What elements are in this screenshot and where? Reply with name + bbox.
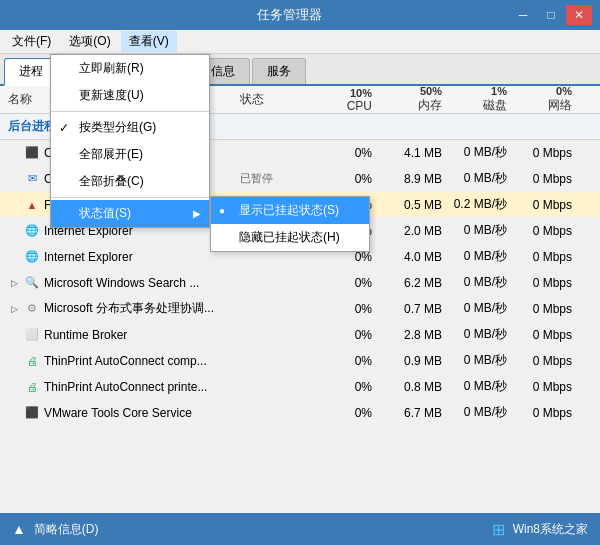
process-row[interactable]: 🖨 ThinPrint AutoConnect printe... 0% 0.8… (0, 374, 600, 400)
window-title: 任务管理器 (68, 6, 510, 24)
up-arrow-icon: ▲ (12, 521, 26, 537)
process-name: ⬛ VMware Tools Core Service (0, 405, 240, 421)
process-network: 0 Mbps (515, 302, 580, 316)
process-row[interactable]: ▷ 🔍 Microsoft Windows Search ... 0% 6.2 … (0, 270, 600, 296)
dd-refresh-now[interactable]: 立即刷新(R) (51, 55, 209, 82)
process-row[interactable]: ⬛ VMware Tools Core Service 0% 6.7 MB 0 … (0, 400, 600, 426)
menu-view[interactable]: 查看(V) (121, 31, 177, 52)
close-button[interactable]: ✕ (566, 5, 592, 25)
dd-expand-all[interactable]: 全部展开(E) (51, 141, 209, 168)
process-icon: ✉ (24, 171, 40, 187)
process-cpu: 0% (320, 354, 380, 368)
menu-options[interactable]: 选项(O) (61, 31, 118, 52)
process-memory: 6.2 MB (380, 276, 450, 290)
process-status: 已暂停 (240, 171, 320, 186)
process-memory: 6.7 MB (380, 406, 450, 420)
process-network: 0 Mbps (515, 172, 580, 186)
process-memory: 4.1 MB (380, 146, 450, 160)
process-cpu: 0% (320, 302, 380, 316)
process-memory: 8.9 MB (380, 172, 450, 186)
process-memory: 0.7 MB (380, 302, 450, 316)
col-header-cpu: 10% CPU (320, 87, 380, 113)
process-cpu: 0% (320, 146, 380, 160)
process-disk: 0 MB/秒 (450, 274, 515, 291)
col-header-disk: 1% 磁盘 (450, 85, 515, 114)
process-network: 0 Mbps (515, 380, 580, 394)
process-disk: 0 MB/秒 (450, 170, 515, 187)
brief-info-label[interactable]: 简略信息(D) (34, 521, 99, 538)
expand-arrow-icon[interactable]: ▷ (8, 277, 20, 289)
process-disk: 0 MB/秒 (450, 300, 515, 317)
dd-update-speed[interactable]: 更新速度(U) (51, 82, 209, 109)
process-network: 0 Mbps (515, 198, 580, 212)
process-cpu: 0% (320, 172, 380, 186)
process-disk: 0.2 MB/秒 (450, 196, 515, 213)
process-memory: 4.0 MB (380, 250, 450, 264)
process-name-label: Runtime Broker (44, 328, 127, 342)
process-icon: ⬛ (24, 405, 40, 421)
process-icon: ⚙ (24, 301, 40, 317)
process-network: 0 Mbps (515, 224, 580, 238)
col-header-status: 状态 (240, 91, 320, 108)
status-values-submenu[interactable]: 显示已挂起状态(S) 隐藏已挂起状态(H) (210, 196, 370, 252)
title-bar: 任务管理器 ─ □ ✕ (0, 0, 600, 30)
win-logo-icon: ⊞ (492, 520, 505, 539)
process-name-label: VMware Tools Core Service (44, 406, 192, 420)
process-network: 0 Mbps (515, 276, 580, 290)
process-disk: 0 MB/秒 (450, 404, 515, 421)
tab-services[interactable]: 服务 (252, 58, 306, 84)
view-dropdown[interactable]: 立即刷新(R) 更新速度(U) 按类型分组(G) 全部展开(E) 全部折叠(C)… (50, 54, 210, 228)
site-name: Win8系统之家 (513, 521, 588, 538)
process-icon: ⬛ (24, 145, 40, 161)
process-name-label: ThinPrint AutoConnect comp... (44, 354, 207, 368)
process-disk: 0 MB/秒 (450, 378, 515, 395)
process-cpu: 0% (320, 276, 380, 290)
dd-status-values[interactable]: 状态值(S) (51, 200, 209, 227)
process-disk: 0 MB/秒 (450, 144, 515, 161)
process-icon: 🌐 (24, 223, 40, 239)
dd-collapse-all[interactable]: 全部折叠(C) (51, 168, 209, 195)
process-name: ▷ 🔍 Microsoft Windows Search ... (0, 275, 240, 291)
window-controls: ─ □ ✕ (510, 5, 592, 25)
process-row[interactable]: 🖨 ThinPrint AutoConnect comp... 0% 0.9 M… (0, 348, 600, 374)
process-memory: 0.9 MB (380, 354, 450, 368)
process-disk: 0 MB/秒 (450, 248, 515, 265)
process-name: 🌐 Internet Explorer (0, 249, 240, 265)
col-header-memory: 50% 内存 (380, 85, 450, 114)
maximize-button[interactable]: □ (538, 5, 564, 25)
col-header-network: 0% 网络 (515, 85, 580, 114)
process-name-label: Microsoft Windows Search ... (44, 276, 199, 290)
dd-hide-suspended[interactable]: 隐藏已挂起状态(H) (211, 224, 369, 251)
process-network: 0 Mbps (515, 250, 580, 264)
process-network: 0 Mbps (515, 354, 580, 368)
process-icon: 🖨 (24, 379, 40, 395)
expand-arrow-icon[interactable]: ▷ (8, 303, 20, 315)
process-name: ▷ ⚙ Microsoft 分布式事务处理协调... (0, 300, 240, 317)
dd-group-by-type[interactable]: 按类型分组(G) (51, 114, 209, 141)
menu-bar: 文件(F) 选项(O) 查看(V) (0, 30, 600, 54)
process-disk: 0 MB/秒 (450, 222, 515, 239)
process-name-label: Internet Explorer (44, 250, 133, 264)
process-cpu: 0% (320, 328, 380, 342)
process-network: 0 Mbps (515, 146, 580, 160)
minimize-button[interactable]: ─ (510, 5, 536, 25)
dd-separator-1 (51, 111, 209, 112)
process-memory: 2.8 MB (380, 328, 450, 342)
process-disk: 0 MB/秒 (450, 326, 515, 343)
process-icon: 🖨 (24, 353, 40, 369)
process-memory: 0.8 MB (380, 380, 450, 394)
process-disk: 0 MB/秒 (450, 352, 515, 369)
menu-file[interactable]: 文件(F) (4, 31, 59, 52)
process-icon: 🔍 (24, 275, 40, 291)
process-name-label: ThinPrint AutoConnect printe... (44, 380, 207, 394)
process-network: 0 Mbps (515, 328, 580, 342)
process-memory: 2.0 MB (380, 224, 450, 238)
process-name: ⬜ Runtime Broker (0, 327, 240, 343)
process-row[interactable]: ⬜ Runtime Broker 0% 2.8 MB 0 MB/秒 0 Mbps (0, 322, 600, 348)
process-row[interactable]: ▷ ⚙ Microsoft 分布式事务处理协调... 0% 0.7 MB 0 M… (0, 296, 600, 322)
process-name-label: Microsoft 分布式事务处理协调... (44, 300, 214, 317)
dd-show-suspended[interactable]: 显示已挂起状态(S) (211, 197, 369, 224)
process-memory: 0.5 MB (380, 198, 450, 212)
status-bar: ▲ 简略信息(D) ⊞ Win8系统之家 (0, 513, 600, 545)
process-name: 🖨 ThinPrint AutoConnect printe... (0, 379, 240, 395)
